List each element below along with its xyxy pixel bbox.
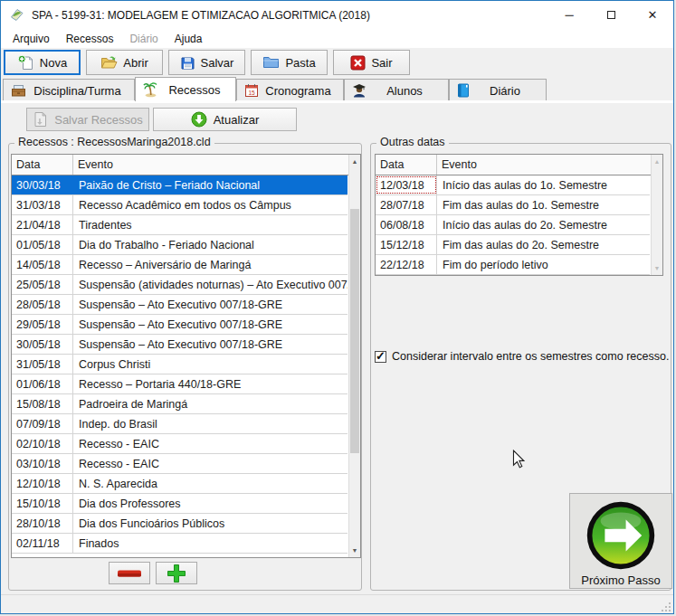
- remove-row-button[interactable]: [109, 562, 150, 584]
- table-row[interactable]: 02/10/18 Recesso - EAIC: [12, 434, 348, 454]
- window-title: SPA - 5199-31: MODELAGEM E OTIMIZACAO AL…: [32, 9, 370, 22]
- recessos-table-scrollbar[interactable]: ▲ ▼: [348, 155, 360, 557]
- close-button[interactable]: ✕: [632, 1, 673, 29]
- row-date-cell: 31/03/18: [12, 195, 73, 214]
- tab-cronograma[interactable]: 15 Cronograma: [236, 79, 344, 101]
- salvar-button[interactable]: Salvar: [168, 50, 245, 75]
- table-row[interactable]: 02/11/18 Finados: [12, 534, 348, 554]
- column-header-data[interactable]: Data: [376, 155, 437, 175]
- menu-ajuda[interactable]: Ajuda: [167, 31, 211, 47]
- minimize-button[interactable]: ─: [548, 1, 590, 29]
- menu-recessos[interactable]: Recessos: [58, 31, 122, 47]
- table-row[interactable]: 12/03/18 Início das aulas do 1o. Semestr…: [376, 175, 650, 195]
- graduate-icon: [352, 83, 367, 98]
- row-event-cell: Fim do período letivo: [437, 255, 650, 274]
- tab-disciplina-turma[interactable]: Disciplina/Turma: [3, 79, 135, 101]
- table-row[interactable]: 31/03/18 Recesso Acadêmico em todos os C…: [12, 195, 348, 215]
- outras-datas-table-body: 12/03/18 Início das aulas do 1o. Semestr…: [376, 175, 650, 275]
- scroll-up-icon[interactable]: ▲: [652, 155, 662, 168]
- atualizar-label: Atualizar: [214, 113, 260, 127]
- green-arrow-icon: [585, 499, 657, 572]
- interval-checkbox[interactable]: [375, 351, 386, 363]
- row-event-cell: Suspensão – Ato Executivo 007/18-GRE: [73, 315, 348, 334]
- row-date-cell: 22/12/18: [376, 255, 437, 274]
- table-row[interactable]: 12/10/18 N. S. Aparecida: [12, 474, 348, 494]
- scrollbar-thumb[interactable]: [350, 209, 359, 453]
- tab-recessos[interactable]: Recessos: [135, 77, 236, 101]
- row-date-cell: 28/07/18: [376, 195, 437, 214]
- row-date-cell: 02/11/18: [12, 534, 73, 553]
- column-header-evento[interactable]: Evento: [73, 155, 360, 175]
- tab-alunos[interactable]: Alunos: [344, 79, 449, 101]
- row-date-cell: 25/05/18: [12, 275, 73, 294]
- plus-icon: [167, 564, 186, 583]
- tab-cronograma-label: Cronograma: [259, 84, 343, 98]
- tab-diario[interactable]: Diário: [449, 79, 547, 101]
- proximo-passo-button[interactable]: Próximo Passo: [569, 493, 672, 589]
- menu-arquivo[interactable]: Arquivo: [5, 31, 58, 47]
- table-row[interactable]: 07/09/18 Indep. do Brasil: [12, 414, 348, 434]
- tab-recessos-label: Recessos: [159, 83, 235, 97]
- row-date-cell: 02/10/18: [12, 434, 73, 453]
- row-event-cell: Recesso - EAIC: [73, 434, 348, 453]
- scroll-up-icon[interactable]: ▲: [349, 155, 360, 168]
- row-event-cell: Dia dos Funcioários Públicos: [73, 514, 348, 533]
- table-row[interactable]: 25/05/18 Suspensão (atividades noturnas)…: [12, 275, 348, 295]
- table-row[interactable]: 14/05/18 Recesso – Aniversário de Maring…: [12, 255, 348, 275]
- row-date-cell: 03/10/18: [12, 454, 73, 473]
- row-date-cell: 12/10/18: [12, 474, 73, 493]
- tab-diario-label: Diário: [470, 84, 546, 98]
- folder-icon: [262, 55, 280, 70]
- table-row[interactable]: 01/06/18 Recesso – Portaria 440/18-GRE: [12, 374, 348, 394]
- table-row[interactable]: 28/07/18 Fim das aulas do 1o. Semestre: [376, 195, 650, 215]
- row-event-cell: Fim das aulas do 1o. Semestre: [437, 195, 650, 214]
- save-page-icon: [33, 111, 48, 128]
- row-date-cell: 15/12/18: [376, 235, 437, 254]
- table-row[interactable]: 03/10/18 Recesso - EAIC: [12, 454, 348, 474]
- resize-grip-icon[interactable]: [662, 602, 671, 611]
- atualizar-button[interactable]: Atualizar: [153, 108, 297, 131]
- abrir-button[interactable]: Abrir: [86, 50, 163, 75]
- table-row[interactable]: 15/08/18 Padroeira de Maringá: [12, 394, 348, 414]
- outras-datas-table: Data Evento 12/03/18 Início das aulas do…: [375, 154, 663, 276]
- table-row[interactable]: 30/03/18 Paixão de Cristo – Feriado Naci…: [12, 175, 348, 195]
- table-row[interactable]: 22/12/18 Fim do período letivo: [376, 255, 650, 275]
- svg-text:15: 15: [248, 90, 255, 96]
- row-event-cell: Início das aulas do 1o. Semestre: [437, 175, 650, 194]
- table-row[interactable]: 28/05/18 Suspensão – Ato Executivo 007/1…: [12, 295, 348, 315]
- column-header-data[interactable]: Data: [12, 155, 73, 175]
- interval-checkbox-label[interactable]: Considerar intervalo entre os semestres …: [392, 350, 669, 363]
- table-row[interactable]: 01/05/18 Dia do Trabalho - Feriado Nacio…: [12, 235, 348, 255]
- table-row[interactable]: 28/10/18 Dia dos Funcioários Públicos: [12, 514, 348, 534]
- row-event-cell: Dia dos Professores: [73, 494, 348, 513]
- title-bar[interactable]: SPA - 5199-31: MODELAGEM E OTIMIZACAO AL…: [1, 1, 673, 29]
- row-date-cell: 30/05/18: [12, 335, 73, 354]
- row-event-cell: Tiradentes: [73, 215, 348, 234]
- add-row-button[interactable]: [156, 562, 197, 584]
- maximize-button[interactable]: [590, 1, 632, 29]
- row-event-cell: Recesso – Portaria 440/18-GRE: [73, 374, 348, 393]
- table-row[interactable]: 15/12/18 Fim das aulas do 2o. Semestre: [376, 235, 650, 255]
- abrir-label: Abrir: [123, 56, 148, 70]
- sair-button[interactable]: Sair: [333, 50, 410, 75]
- table-row[interactable]: 06/08/18 Início das aulas do 2o. Semestr…: [376, 215, 650, 235]
- column-header-evento[interactable]: Evento: [437, 155, 662, 175]
- table-row[interactable]: 31/05/18 Corpus Christi: [12, 355, 348, 374]
- sair-label: Sair: [371, 56, 392, 70]
- outras-datas-table-scrollbar[interactable]: ▲ ▼: [651, 155, 662, 275]
- menu-diario: Diário: [121, 31, 166, 47]
- scroll-down-icon[interactable]: ▼: [349, 544, 360, 557]
- exit-icon: [350, 55, 366, 71]
- row-date-cell: 14/05/18: [12, 255, 73, 274]
- table-row[interactable]: 21/04/18 Tiradentes: [12, 215, 348, 235]
- row-date-cell: 15/10/18: [12, 494, 73, 513]
- nova-button[interactable]: Nova: [4, 50, 81, 75]
- table-row[interactable]: 29/05/18 Suspensão – Ato Executivo 007/1…: [12, 315, 348, 335]
- scroll-down-icon[interactable]: ▼: [652, 261, 662, 275]
- pasta-button[interactable]: Pasta: [251, 50, 328, 75]
- book-icon: [457, 83, 470, 98]
- row-event-cell: Recesso - EAIC: [73, 454, 348, 473]
- table-row[interactable]: 30/05/18 Suspensão – Ato Executivo 007/1…: [12, 335, 348, 355]
- refresh-down-icon: [191, 111, 207, 128]
- table-row[interactable]: 15/10/18 Dia dos Professores: [12, 494, 348, 514]
